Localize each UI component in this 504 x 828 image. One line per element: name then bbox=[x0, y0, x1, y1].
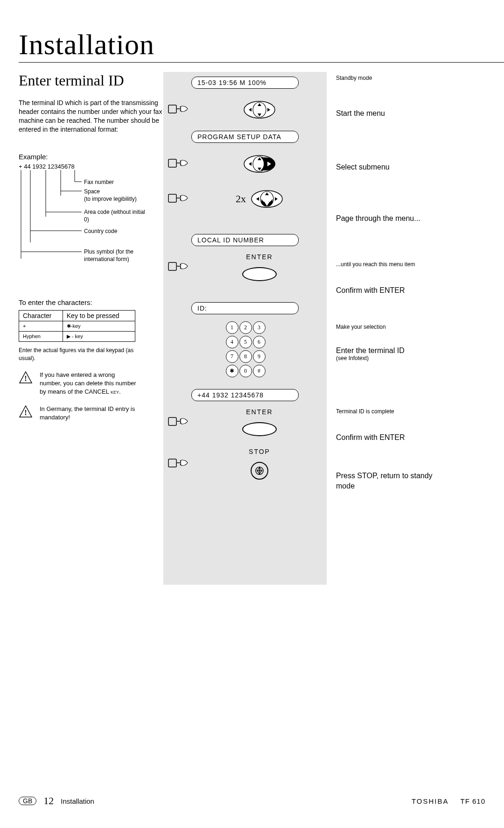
dpad-down-icon bbox=[251, 190, 283, 208]
lcd-id: ID: bbox=[191, 302, 299, 314]
pointing-hand-icon bbox=[168, 456, 189, 472]
brand: TOSHIBA bbox=[412, 797, 449, 805]
char-r1c2: ✱-key bbox=[63, 321, 135, 331]
enter-label: ENTER bbox=[246, 408, 273, 416]
char-th2: Key to be pressed bbox=[63, 310, 135, 321]
tree-plus2: international form) bbox=[84, 255, 129, 263]
key-4: 4 bbox=[226, 336, 238, 348]
r-standby: Standby mode bbox=[336, 75, 485, 81]
enter-label: ENTER bbox=[246, 253, 273, 261]
enter-characters-label: To enter the characters: bbox=[19, 298, 163, 306]
svg-rect-14 bbox=[168, 105, 176, 113]
lcd-standby: 15-03 19:56 M 100% bbox=[191, 77, 299, 89]
svg-rect-28 bbox=[168, 194, 176, 202]
tree-space1: Space bbox=[84, 188, 100, 196]
char-r2c2: ▶ - key bbox=[63, 331, 135, 341]
intro-paragraph: The terminal ID which is part of the tra… bbox=[19, 99, 163, 134]
pointing-hand-icon bbox=[168, 260, 189, 275]
svg-rect-35 bbox=[168, 262, 176, 270]
r-confirm2: Confirm with ENTER bbox=[336, 433, 485, 461]
key-6: 6 bbox=[253, 336, 266, 348]
r-until: ...until you reach this menu item bbox=[336, 261, 485, 268]
stop-button-icon bbox=[251, 462, 268, 480]
r-press-stop: Press STOP, return to standy mode bbox=[336, 471, 439, 492]
country-badge: GB bbox=[19, 797, 36, 805]
page-number: 12 bbox=[43, 795, 54, 807]
pointing-hand-icon bbox=[168, 156, 189, 172]
key-2: 2 bbox=[239, 321, 252, 334]
dpad-icon bbox=[243, 100, 276, 119]
pointing-hand-icon bbox=[168, 415, 189, 430]
key-8: 8 bbox=[239, 350, 252, 363]
enter-button-icon bbox=[242, 422, 277, 436]
tree-country: Country code bbox=[84, 227, 117, 235]
key-3: 3 bbox=[253, 321, 266, 334]
title-rule bbox=[19, 62, 504, 63]
warn2: In Germany, the terminal ID entry is man… bbox=[40, 405, 138, 422]
r-complete: Terminal ID is complete bbox=[336, 408, 485, 415]
tree-fax: Fax number bbox=[84, 178, 114, 186]
char-r1c1: + bbox=[19, 321, 63, 331]
section-heading: Enter terminal ID bbox=[19, 72, 163, 89]
warning-icon: ! bbox=[19, 371, 33, 384]
tree-plus1: Plus symbol (for the bbox=[84, 248, 133, 256]
tree-area1: Area code (without initial bbox=[84, 208, 145, 216]
enter-button-icon bbox=[242, 267, 277, 281]
r-confirm1: Confirm with ENTER bbox=[336, 286, 485, 314]
character-table: Character Key to be pressed + ✱-key Hyph… bbox=[19, 310, 135, 342]
key-hash: # bbox=[253, 365, 266, 377]
svg-rect-36 bbox=[168, 418, 176, 425]
r-make-selection: Make your selection bbox=[336, 324, 485, 330]
r-enter-id: Enter the terminal ID bbox=[336, 347, 485, 355]
lcd-program-setup: PROGRAM SETUP DATA bbox=[191, 131, 299, 143]
pointing-hand-icon bbox=[168, 191, 189, 207]
key-7: 7 bbox=[226, 350, 238, 363]
dial-keypad: 1 2 3 4 5 6 7 8 9 ✱ 0 # bbox=[168, 321, 322, 377]
svg-text:!: ! bbox=[24, 375, 27, 382]
page-title: Installation bbox=[19, 28, 485, 61]
key-1: 1 bbox=[226, 321, 238, 334]
lcd-complete: +44 1932 12345678 bbox=[191, 389, 299, 401]
footer-section: Installation bbox=[61, 797, 94, 805]
r-select-submenu: Select submenu bbox=[336, 163, 485, 205]
key-9: 9 bbox=[253, 350, 266, 363]
warning-icon: ! bbox=[19, 405, 33, 418]
stop-label: STOP bbox=[249, 448, 270, 455]
char-th1: Character bbox=[19, 310, 63, 321]
key-5: 5 bbox=[239, 336, 252, 348]
lcd-local-id: LOCAL ID NUMBER bbox=[191, 234, 299, 246]
r-start-menu: Start the menu bbox=[336, 109, 485, 151]
r-page-through: Page through the menu... bbox=[336, 214, 485, 256]
pointing-hand-icon bbox=[168, 102, 189, 118]
warn1b: CANCEL key. bbox=[84, 388, 121, 395]
key-0: 0 bbox=[239, 365, 252, 377]
char-r2c1: Hyphen bbox=[19, 331, 63, 341]
tree-space2: (to improve legibilitly) bbox=[84, 195, 137, 203]
svg-text:!: ! bbox=[24, 409, 27, 417]
dial-note: Enter the actual figures via the dial ke… bbox=[19, 347, 140, 362]
multiplier: 2x bbox=[236, 193, 246, 205]
tree-area2: 0) bbox=[84, 216, 89, 224]
model: TF 610 bbox=[460, 797, 485, 805]
svg-rect-37 bbox=[168, 459, 176, 467]
example-number: + 44 1932 12345678 bbox=[19, 163, 163, 170]
dpad-right-icon bbox=[243, 155, 276, 173]
svg-rect-21 bbox=[168, 159, 176, 167]
example-label: Example: bbox=[19, 153, 163, 161]
r-see-infotext: (see Infotext) bbox=[336, 355, 485, 361]
key-star: ✱ bbox=[226, 365, 238, 377]
